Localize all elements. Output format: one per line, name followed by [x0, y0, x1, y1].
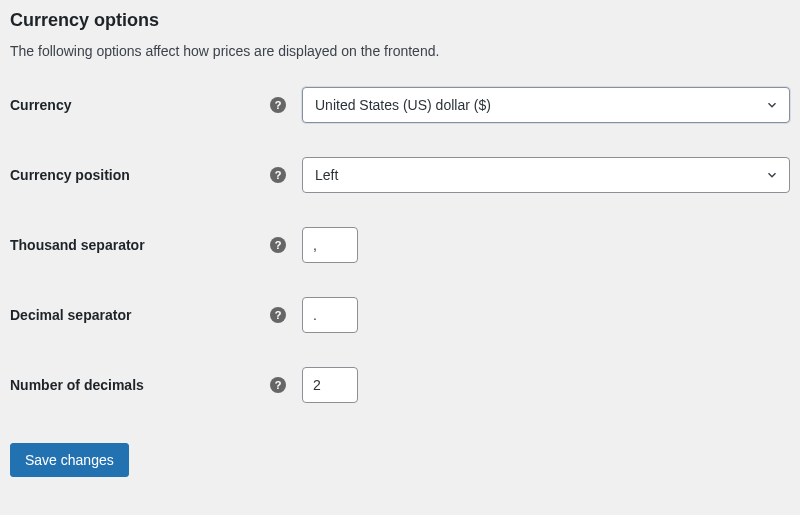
- thousand-separator-label: Thousand separator: [10, 237, 270, 253]
- number-of-decimals-label: Number of decimals: [10, 377, 270, 393]
- decimal-separator-input[interactable]: [302, 297, 358, 333]
- currency-position-select[interactable]: Left: [302, 157, 790, 193]
- section-description: The following options affect how prices …: [10, 43, 790, 59]
- chevron-down-icon: [765, 168, 779, 182]
- currency-position-label: Currency position: [10, 167, 270, 183]
- decimal-separator-label: Decimal separator: [10, 307, 270, 323]
- section-heading: Currency options: [10, 10, 790, 31]
- help-icon[interactable]: ?: [270, 377, 286, 393]
- help-icon[interactable]: ?: [270, 237, 286, 253]
- help-icon[interactable]: ?: [270, 97, 286, 113]
- chevron-down-icon: [765, 98, 779, 112]
- thousand-separator-input[interactable]: [302, 227, 358, 263]
- save-changes-button[interactable]: Save changes: [10, 443, 129, 477]
- help-icon[interactable]: ?: [270, 167, 286, 183]
- currency-position-select-value: Left: [315, 167, 338, 183]
- currency-select-value: United States (US) dollar ($): [315, 97, 491, 113]
- number-of-decimals-input[interactable]: [302, 367, 358, 403]
- help-icon[interactable]: ?: [270, 307, 286, 323]
- currency-label: Currency: [10, 97, 270, 113]
- currency-select[interactable]: United States (US) dollar ($): [302, 87, 790, 123]
